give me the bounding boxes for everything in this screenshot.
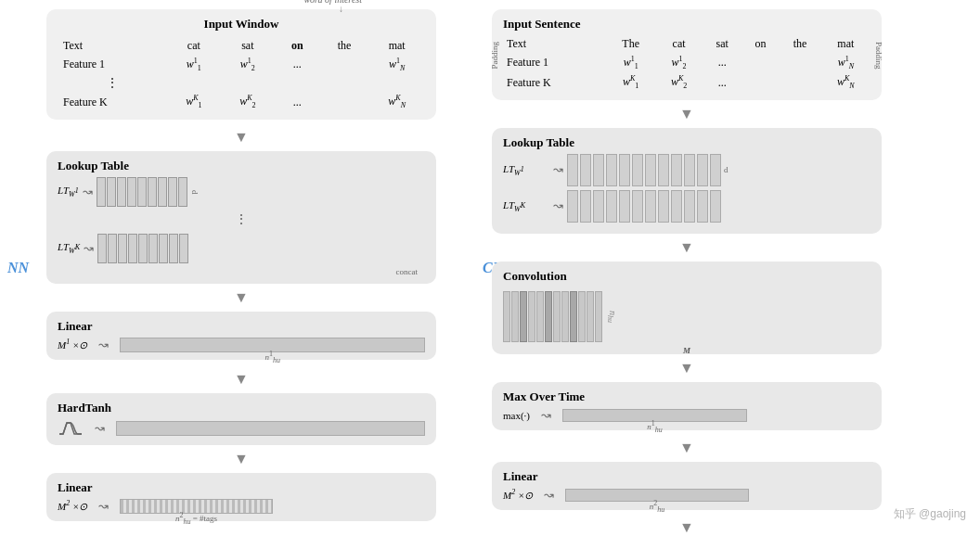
table-cell: sat — [221, 37, 275, 55]
cnn-arrow-5: ▼ — [492, 519, 882, 536]
squiggle-cl1: ↝ — [544, 488, 554, 503]
cnn-linear1-row: M2 ×⊙ ↝ n2hu — [503, 488, 870, 503]
arrow-1: ▼ — [46, 129, 436, 146]
rect — [97, 234, 107, 263]
linear2-title: Linear — [58, 480, 425, 495]
rect — [658, 190, 669, 223]
conv-rect — [503, 291, 510, 342]
cnn-lookup-label-1: LTW1 — [503, 163, 549, 177]
cnn-lookup-rects-k — [567, 190, 721, 223]
arrow-4: ▼ — [46, 451, 436, 467]
table-cell: w12 — [655, 53, 703, 72]
rect — [117, 177, 126, 207]
table-cell: Feature 1 — [58, 55, 167, 74]
conv-rect — [511, 291, 519, 342]
table-row: Text The cat sat on the mat — [503, 35, 870, 53]
nn-linear2: Linear M2 ×⊙ ↝ n2hu = #tags — [46, 473, 436, 521]
rect — [697, 154, 708, 186]
linear1-bar-label: n1hu — [264, 350, 280, 364]
word-of-interest-label: word of interest — [303, 0, 362, 5]
cnn-arrow-2: ▼ — [492, 239, 882, 256]
max-label: max(·) — [503, 410, 530, 421]
linear2-row: M2 ×⊙ ↝ n2hu = #tags — [58, 499, 425, 514]
rect — [128, 234, 137, 263]
max-row: max(·) ↝ n1hu — [503, 408, 870, 423]
table-cell — [167, 74, 425, 92]
rect — [107, 177, 116, 207]
cnn-lookup-row-1: LTW1 ↝ d — [503, 154, 870, 186]
hardtanh-row: ↝ — [58, 419, 425, 438]
table-cell: wK1 — [167, 92, 221, 111]
table-cell: sat — [703, 35, 742, 53]
rect — [127, 177, 136, 207]
padding-right-label: Padding — [874, 42, 883, 70]
nn-input-window: word of interest ↓ Input Window Text cat… — [46, 9, 436, 120]
table-cell: mat — [821, 35, 870, 53]
conv-nhu-label: nhu — [606, 311, 618, 323]
nn-hardtanh: HardTanh ↝ — [46, 393, 436, 445]
rect — [580, 154, 591, 186]
table-row: Feature 1 w11 w12 ... w1N — [58, 55, 425, 74]
table-cell: the — [320, 37, 369, 55]
rect — [671, 190, 682, 223]
conv-title: Convolution — [503, 269, 870, 284]
rect — [567, 190, 578, 223]
rect — [632, 154, 643, 186]
table-row: ⋮ — [58, 74, 425, 92]
cnn-lookup-title: Lookup Table — [503, 135, 870, 150]
table-cell: ... — [703, 72, 742, 92]
table-cell: cat — [655, 35, 703, 53]
rect — [567, 154, 578, 186]
cnn-arrow-1: ▼ — [492, 106, 882, 122]
table-cell: w1N — [821, 53, 870, 72]
rect — [137, 177, 147, 207]
lookup-rects-1 — [97, 177, 187, 207]
rect — [671, 154, 682, 186]
conv-rect — [528, 291, 535, 342]
table-cell: wK1 — [606, 72, 655, 92]
squiggle-l2: ↝ — [98, 499, 109, 514]
cnn-max-over-time: Max Over Time max(·) ↝ n1hu — [492, 382, 882, 430]
rect — [593, 154, 604, 186]
rect — [158, 177, 167, 207]
table-cell: mat — [368, 37, 425, 55]
rect — [138, 234, 148, 263]
rect — [179, 234, 188, 263]
rect — [619, 154, 630, 186]
watermark: 知乎 @gaojing — [894, 506, 966, 522]
table-cell: ⋮ — [58, 74, 167, 92]
conv-rect — [520, 291, 527, 342]
rect — [684, 154, 695, 186]
cnn-convolution: Convolution nhu — [492, 262, 882, 354]
table-cell — [320, 55, 369, 74]
nn-label: NN — [7, 260, 29, 276]
cnn-linear1-label: M2 ×⊙ — [503, 488, 533, 502]
arrow-3: ▼ — [46, 371, 436, 388]
table-cell: the — [779, 35, 820, 53]
table-cell: Feature 1 — [503, 53, 606, 72]
table-cell: Feature K — [503, 72, 606, 92]
cnn-arrow-3: ▼ — [492, 360, 882, 376]
table-row: Feature K wK1 wK2 ... wKN — [503, 72, 870, 92]
cnn-squiggle-1: ↝ — [553, 162, 563, 177]
conv-rect — [595, 291, 602, 342]
conv-rect — [561, 291, 569, 342]
cnn-lookup-label-k: LTWK — [503, 199, 549, 213]
table-cell: Text — [58, 37, 167, 55]
d-label-1: d — [190, 190, 200, 195]
table-row: Feature 1 w11 w12 ... w1N — [503, 53, 870, 72]
rect — [159, 234, 168, 263]
concat-label: concat — [58, 267, 425, 276]
rect — [168, 177, 177, 207]
conv-cols — [503, 291, 602, 342]
cnn-squiggle-k: ↝ — [553, 198, 563, 213]
cnn-input-window: Input Sentence Padding Padding Text The … — [492, 9, 882, 100]
rect — [97, 177, 106, 207]
table-cell: wKN — [821, 72, 870, 92]
rect — [710, 154, 721, 186]
lookup-rects-k — [97, 234, 188, 263]
max-bar-label: n1hu — [647, 419, 663, 434]
m-label: M — [503, 346, 870, 355]
table-cell — [320, 92, 369, 111]
lookup-label-1: LTW1 — [58, 185, 79, 198]
